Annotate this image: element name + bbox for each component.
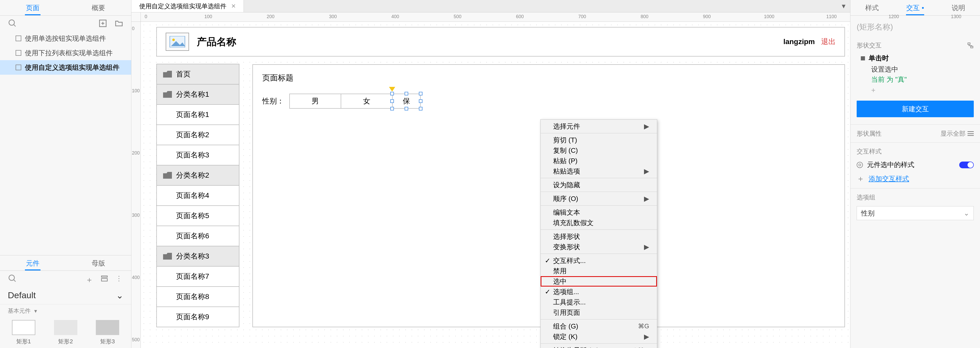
close-icon[interactable]: ✕ [231,3,236,9]
tab-notes[interactable]: 说明 [937,0,980,15]
widget-rect1[interactable]: 矩形1 [10,320,37,345]
add-folder-icon[interactable] [115,19,123,28]
collapse-icon[interactable] [861,56,865,60]
file-tab[interactable]: 使用自定义选项组实现单选组件 ✕ [131,0,244,12]
add-icon[interactable]: ＋ [86,275,93,282]
event-onclick[interactable]: 单击时 [869,54,889,63]
resize-handle[interactable] [419,92,423,95]
selected-style-label[interactable]: 元件选中的样式 [867,160,914,169]
ruler-vertical: 0 100 200 300 400 500 [131,22,141,348]
radio-option-male[interactable]: 男 [289,93,341,109]
nav-item[interactable]: 页面名称8 [156,286,239,307]
ctx-transform-shape[interactable]: 变换形状▶ [541,242,657,252]
nav-item-home[interactable]: 首页 [156,64,239,85]
ctx-interaction-styles[interactable]: 交互样式... [541,255,657,266]
ctx-lorem[interactable]: 填充乱数假文 [541,218,657,228]
page-list: 使用单选按钮实现单选组件 使用下拉列表框实现单选组件 使用自定义选项组实现单选组… [0,31,131,255]
library-dropdown[interactable]: Default ⌄ [0,286,131,304]
ctx-tooltip[interactable]: 工具提示... [541,297,657,307]
nav-item[interactable]: 页面名称9 [156,307,239,327]
list-icon [967,131,974,136]
right-panel: 样式 交互 • 说明 (矩形名称) 形状交互 单击时 设置选中 当前 为 "真"… [850,0,980,348]
ctx-selection-group[interactable]: 选项组... [541,286,657,297]
username[interactable]: langzipm [783,38,815,46]
ctx-select-shape[interactable]: 选择形状 [541,231,657,242]
widget-category[interactable]: 基本元件 ▼ [0,304,131,317]
widget-rect2[interactable]: 矩形2 [52,320,79,345]
widget-rect3[interactable]: 矩形3 [94,320,121,345]
add-interaction-style[interactable]: 添加交互样式 [869,174,909,183]
logo-placeholder[interactable] [165,33,189,51]
action-set-selected[interactable]: 设置选中 [850,64,980,74]
resize-handle[interactable] [390,107,394,111]
ctx-edit-text[interactable]: 编辑文本 [541,207,657,218]
shape-preview [96,320,119,335]
canvas[interactable]: 产品名称 langzipm 退出 首页 分类名称1 页面名称1 页面名称2 页面… [141,22,850,348]
toggle-selected-style[interactable] [959,161,974,168]
resize-handle[interactable] [404,107,408,111]
resize-handle[interactable] [390,99,394,103]
section-selection-group: 选项组 [857,193,875,201]
tab-dropdown[interactable]: ▼ [837,0,850,12]
page-icon [16,65,21,70]
page-item[interactable]: 使用单选按钮实现单选组件 [0,31,131,46]
show-all-toggle[interactable]: 显示全部 [940,130,974,138]
section-ix-style: 交互样式 [857,147,881,156]
nav-item-cat1[interactable]: 分类名称1 [156,84,239,105]
nav-item-cat3[interactable]: 分类名称3 [156,246,239,267]
image-icon [170,36,185,47]
tab-masters[interactable]: 母版 [66,255,131,270]
add-action[interactable]: + [850,85,980,98]
caret-down-icon: ▼ [33,308,38,314]
ctx-paste[interactable]: 粘贴 (P) [541,156,657,166]
ctx-reference-page[interactable]: 引用页面 [541,307,657,318]
logout-link[interactable]: 退出 [821,37,835,47]
ctx-disable[interactable]: 禁用 [541,266,657,276]
new-interaction-button[interactable]: 新建交互 [857,101,974,117]
page-item[interactable]: 使用下拉列表框实现单选组件 [0,46,131,60]
ctx-paste-options[interactable]: 粘贴选项▶ [541,166,657,176]
action-target[interactable]: 当前 为 "真" [850,74,980,85]
svg-line-1 [14,25,16,27]
resize-handle[interactable] [419,99,423,103]
radio-option-secret[interactable]: 保 [392,93,421,109]
ctx-lock[interactable]: 锁定 (K)▶ [541,331,657,342]
nav-item[interactable]: 页面名称4 [156,185,239,206]
library-icon[interactable] [100,275,108,282]
page-title[interactable]: 页面标题 [262,73,835,83]
search-icon[interactable] [8,19,17,28]
ctx-copy[interactable]: 复制 (C) [541,145,657,156]
nav-item-cat2[interactable]: 分类名称2 [156,165,239,186]
flow-icon[interactable] [967,42,974,49]
nav-item[interactable]: 页面名称5 [156,206,239,226]
tab-summary[interactable]: 概要 [66,0,131,15]
more-icon[interactable]: ⋮ [116,275,123,282]
ctx-cut[interactable]: 剪切 (T) [541,135,657,145]
ctx-selected[interactable]: 选中 [541,276,657,286]
nav-item[interactable]: 页面名称1 [156,104,239,125]
nav-item[interactable]: 页面名称7 [156,266,239,287]
product-name[interactable]: 产品名称 [197,35,236,49]
ctx-set-hidden[interactable]: 设为隐藏 [541,180,657,190]
resize-handle[interactable] [390,92,394,95]
search-icon[interactable] [8,274,17,283]
header-frame[interactable]: 产品名称 langzipm 退出 [156,27,845,57]
page-item[interactable]: 使用自定义选项组实现单选组件 [0,60,131,75]
tab-interactions[interactable]: 交互 • [894,0,937,15]
ctx-group[interactable]: 组合 (G)⌘G [541,321,657,331]
selection-group-dropdown[interactable]: 性别 ⌄ [857,206,974,220]
nav-item[interactable]: 页面名称3 [156,145,239,165]
nav-item[interactable]: 页面名称6 [156,226,239,246]
radio-option-female[interactable]: 女 [341,93,393,109]
ctx-convert-master[interactable]: 转换为母版 (M)⇧⌘M [541,345,657,348]
tab-pages[interactable]: 页面 [0,0,66,15]
tab-widgets[interactable]: 元件 [0,255,66,270]
nav-item[interactable]: 页面名称2 [156,125,239,145]
resize-handle[interactable] [404,92,408,95]
tab-style[interactable]: 样式 [850,0,894,15]
ctx-order[interactable]: 顺序 (O)▶ [541,193,657,204]
ctx-select-widget[interactable]: 选择元件▶ [541,121,657,131]
add-page-icon[interactable] [99,19,107,28]
submenu-arrow-icon: ▶ [644,167,649,175]
resize-handle[interactable] [419,107,423,111]
